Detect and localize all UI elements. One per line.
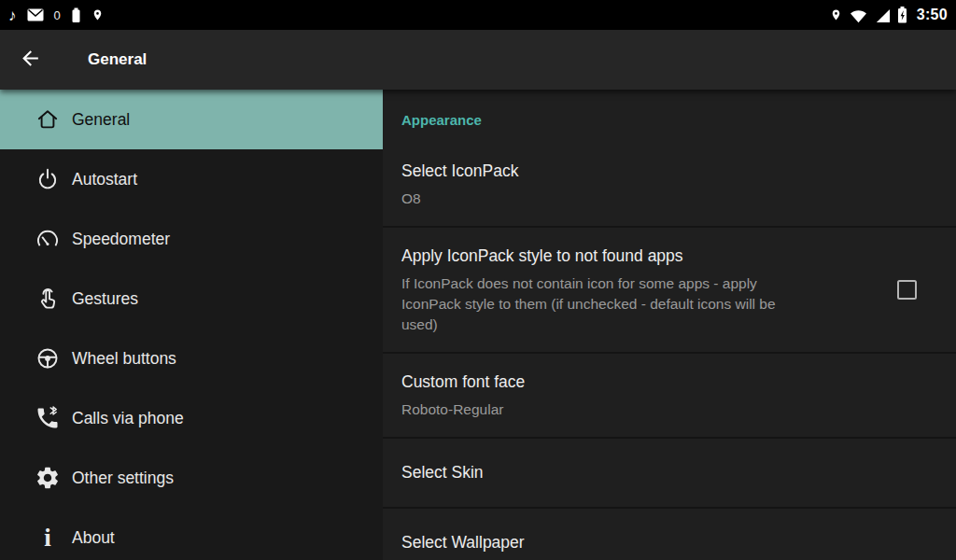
sidebar-item-speedometer[interactable]: Speedometer	[0, 209, 383, 269]
setting-description: If IconPack does not contain icon for so…	[401, 273, 786, 335]
sidebar-item-gestures[interactable]: Gestures	[0, 269, 383, 329]
status-bar-system: 3:50	[830, 7, 948, 23]
setting-title: Custom font face	[401, 371, 937, 394]
cell-signal-icon	[875, 7, 891, 23]
speedometer-icon	[34, 225, 62, 253]
unread-count: 0	[54, 8, 61, 22]
clock: 3:50	[917, 7, 948, 23]
sidebar-item-wheel-buttons[interactable]: Wheel buttons	[0, 329, 383, 388]
home-icon	[34, 105, 62, 133]
gmail-icon	[27, 8, 44, 21]
info-icon: i	[34, 524, 62, 552]
setting-select-wallpaper[interactable]: Select Wallpaper	[383, 509, 956, 560]
sidebar-item-label: Autostart	[72, 170, 137, 189]
back-button[interactable]	[0, 30, 60, 90]
steering-wheel-icon	[34, 344, 62, 372]
wifi-icon	[849, 7, 868, 23]
battery-icon	[71, 7, 81, 23]
gear-icon	[34, 464, 62, 492]
status-bar-notifications: ♪ 0	[8, 7, 104, 23]
sidebar-item-other-settings[interactable]: Other settings	[0, 448, 383, 508]
sidebar-item-label: Calls via phone	[72, 409, 184, 428]
sidebar-item-label: Wheel buttons	[72, 349, 176, 369]
app-bar: General	[0, 30, 956, 90]
power-icon	[34, 165, 62, 193]
arrow-back-icon	[19, 47, 42, 74]
section-header-appearance: Appearance	[383, 90, 956, 143]
sidebar-item-autostart[interactable]: Autostart	[0, 149, 383, 209]
location-icon	[830, 7, 842, 23]
sidebar-item-calls-via-phone[interactable]: Calls via phone	[0, 388, 383, 448]
location-icon	[91, 7, 104, 23]
setting-title: Select IconPack	[401, 160, 937, 183]
setting-title: Select Skin	[401, 461, 937, 484]
setting-value: O8	[401, 189, 786, 209]
music-note-icon: ♪	[8, 7, 17, 23]
sidebar-item-label: Speedometer	[72, 230, 170, 249]
gesture-tap-icon	[34, 285, 62, 313]
setting-title: Apply IconPack style to not found apps	[401, 245, 880, 268]
setting-apply-iconpack-style[interactable]: Apply IconPack style to not found apps I…	[383, 228, 956, 354]
status-bar: ♪ 0 3:50	[0, 0, 956, 30]
setting-custom-font-face[interactable]: Custom font face Roboto-Regular	[383, 354, 956, 439]
screen: ♪ 0 3:50	[0, 0, 956, 560]
sidebar-item-label: About	[72, 528, 115, 548]
sidebar-item-label: General	[72, 110, 130, 130]
sidebar: General Autostart Speedometer Gestures W	[0, 90, 383, 560]
apply-iconpack-checkbox[interactable]	[897, 280, 917, 300]
sidebar-item-general[interactable]: General	[0, 90, 383, 149]
sidebar-item-label: Other settings	[72, 469, 174, 488]
page-title: General	[88, 50, 147, 69]
sidebar-item-label: Gestures	[72, 289, 138, 309]
setting-value: Roboto-Regular	[401, 399, 786, 420]
battery-charging-icon	[897, 7, 907, 23]
sidebar-item-about[interactable]: i About	[0, 508, 383, 560]
setting-select-skin[interactable]: Select Skin	[383, 439, 956, 509]
phone-bluetooth-icon	[34, 404, 62, 432]
setting-title: Select Wallpaper	[401, 531, 937, 554]
setting-select-iconpack[interactable]: Select IconPack O8	[383, 143, 956, 228]
settings-panel: Appearance Select IconPack O8 Apply Icon…	[383, 90, 956, 560]
